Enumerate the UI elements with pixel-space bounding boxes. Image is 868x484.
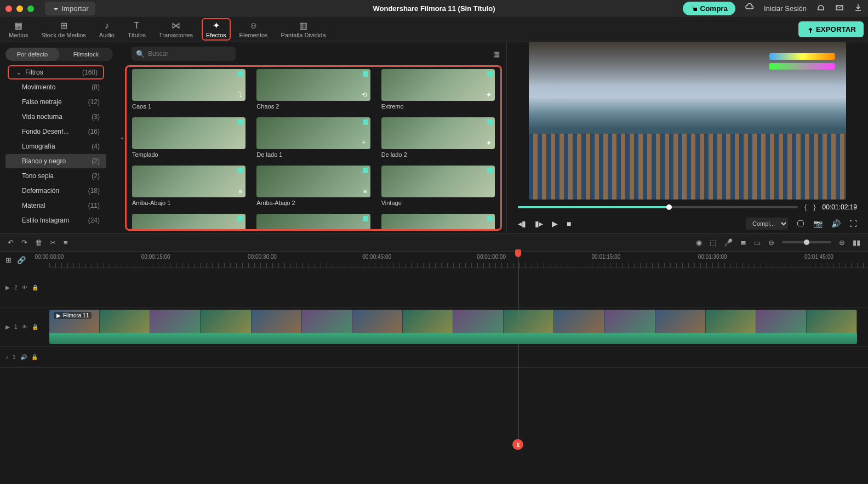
mail-icon[interactable] (835, 3, 844, 14)
mark-out-button[interactable]: } (813, 203, 815, 211)
effect-card[interactable]: Templado (132, 117, 245, 158)
link-icon[interactable]: 🔗 (17, 256, 26, 264)
delete-button[interactable]: 🗑 (35, 238, 42, 247)
preview-quality-select[interactable]: Compl... (746, 218, 788, 230)
snapshot-icon[interactable]: 📷 (813, 219, 823, 228)
stop-button[interactable]: ■ (567, 219, 571, 228)
lock-icon[interactable]: 🔒 (31, 354, 38, 360)
zoom-slider-thumb[interactable] (804, 240, 809, 245)
display-mode-icon[interactable]: 🖵 (797, 219, 804, 228)
headset-icon[interactable] (816, 3, 825, 14)
category-item[interactable]: Movimiento(8) (5, 80, 106, 94)
edit-menu-button[interactable]: ≡ (64, 238, 68, 247)
effect-card[interactable]: ✦Extremo (381, 69, 495, 110)
sub-tab-filmstock[interactable]: Filmstock (59, 48, 113, 61)
video-track-1[interactable]: ▶ 1 👁 🔒 ▶Filmora 11 (0, 308, 868, 347)
preview-video[interactable] (529, 42, 846, 200)
category-item[interactable]: Vida nocturna(3) (5, 110, 106, 124)
tab-split-screen[interactable]: ▥Pantalla Dividida (277, 18, 330, 41)
timeline-clip[interactable]: ▶Filmora 11 (49, 310, 857, 344)
zoom-in-button[interactable]: ⊕ (839, 238, 845, 247)
play-button[interactable]: ▶ (552, 219, 558, 228)
maximize-window-button[interactable] (27, 5, 34, 12)
category-name: Vida nocturna (22, 113, 62, 121)
category-name: Movimiento (22, 83, 55, 91)
effect-card[interactable]: ✦De lado 2 (381, 117, 495, 158)
playhead[interactable] (518, 252, 518, 445)
sidebar-collapse-handle[interactable]: ◂ (118, 42, 125, 233)
cloud-icon[interactable] (745, 3, 754, 14)
video-track-2[interactable]: ▶ 2 👁 🔒 (0, 268, 868, 308)
effect-card[interactable] (381, 214, 495, 231)
zoom-fit-button[interactable]: ▮▮ (853, 238, 860, 247)
tab-effects[interactable]: ✦Efectos (202, 18, 231, 41)
lock-icon[interactable]: 🔒 (32, 284, 38, 291)
lock-icon[interactable]: 🔒 (32, 324, 38, 330)
category-item[interactable]: Deformación(18) (5, 184, 106, 198)
tab-titles[interactable]: TTítulos (123, 19, 150, 41)
mute-icon[interactable]: 🔊 (20, 354, 27, 360)
timeline-ruler[interactable]: 00:00:00:0000:00:15:0000:00:30:0000:00:4… (49, 252, 868, 268)
prev-frame-button[interactable]: ◂▮ (518, 219, 526, 228)
audio-mixer-icon[interactable]: ≣ (740, 238, 746, 247)
effect-card[interactable]: ⟲Chaos 2 (256, 69, 370, 110)
category-item[interactable]: ⌄Filtros(160) (8, 65, 104, 79)
close-window-button[interactable] (5, 5, 12, 12)
category-item[interactable]: Fondo Desenf...(16) (5, 124, 106, 139)
preview-progress-thumb[interactable] (666, 204, 672, 210)
grid-view-toggle[interactable]: ▦ (493, 50, 500, 58)
tab-transitions[interactable]: ⋈Transiciones (155, 18, 197, 41)
minimize-window-button[interactable] (16, 5, 23, 12)
split-button[interactable]: ✂ (50, 238, 56, 247)
category-item[interactable]: Falso metraje(12) (5, 95, 106, 109)
zoom-slider[interactable] (782, 241, 831, 243)
tab-audio[interactable]: ♪Audio (95, 19, 119, 41)
effect-card[interactable]: ≡Arriba-Abajo 1 (132, 166, 245, 206)
effect-card[interactable]: ⤵Caos 1 (132, 69, 245, 110)
audio-track-1[interactable]: ♪ 1 🔊 🔒 (0, 347, 868, 368)
effect-card[interactable] (256, 214, 370, 231)
record-button[interactable]: ◉ (696, 238, 702, 247)
login-link[interactable]: Iniciar Sesión (764, 4, 807, 13)
tab-elements[interactable]: ☺Elementos (235, 19, 272, 41)
download-icon[interactable] (854, 3, 863, 14)
zoom-out-button[interactable]: ⊖ (768, 238, 774, 247)
volume-icon[interactable]: 🔊 (831, 219, 841, 228)
temperature-slider[interactable] (769, 53, 835, 60)
tab-stock-media[interactable]: ⊞Stock de Medios (37, 18, 90, 41)
voiceover-icon[interactable]: 🎤 (724, 238, 733, 247)
marker-icon[interactable]: ⬚ (710, 238, 716, 247)
next-frame-button[interactable]: ▮▸ (535, 219, 543, 228)
track-body-audio-1[interactable] (49, 347, 868, 367)
export-button[interactable]: EXPORTAR (798, 21, 864, 37)
undo-button[interactable]: ↶ (8, 238, 14, 247)
effect-card[interactable]: ≡Arriba-Abajo 2 (256, 166, 370, 206)
import-button[interactable]: Importar (45, 2, 95, 15)
timeline-options-icon[interactable]: ⊞ (5, 256, 12, 264)
visibility-icon[interactable]: 👁 (22, 284, 27, 291)
effect-thumbnail: ≡ (132, 166, 245, 197)
tab-media[interactable]: ▦Medios (4, 18, 32, 41)
effect-card[interactable]: Vintage (381, 166, 495, 206)
transitions-icon: ⋈ (172, 20, 180, 31)
category-item[interactable]: Blanco y negro(2) (5, 154, 106, 168)
category-item[interactable]: Lomografía(4) (5, 139, 106, 153)
visibility-icon[interactable]: 👁 (22, 324, 27, 330)
buy-button[interactable]: Compra (683, 2, 735, 15)
preview-progress-track[interactable] (518, 206, 798, 208)
category-item[interactable]: Tono sepia(2) (5, 169, 106, 183)
search-input[interactable] (132, 47, 236, 61)
effect-card[interactable]: ＋De lado 1 (256, 117, 370, 158)
track-body-video-1[interactable]: ▶Filmora 11 (49, 308, 868, 346)
mark-in-button[interactable]: { (804, 203, 807, 211)
sub-tab-default[interactable]: Por defecto (5, 48, 59, 61)
tint-slider[interactable] (769, 63, 835, 70)
track-body-video-2[interactable] (49, 268, 868, 307)
redo-button[interactable]: ↷ (21, 238, 27, 247)
category-item[interactable]: Estilo Instagram(24) (5, 213, 106, 227)
category-item[interactable]: Material(11) (5, 198, 106, 213)
crop-icon[interactable]: ▭ (754, 238, 761, 247)
fullscreen-icon[interactable]: ⛶ (849, 219, 857, 228)
effect-card[interactable] (132, 214, 245, 231)
playhead-handle[interactable]: ⊻ (512, 439, 523, 450)
